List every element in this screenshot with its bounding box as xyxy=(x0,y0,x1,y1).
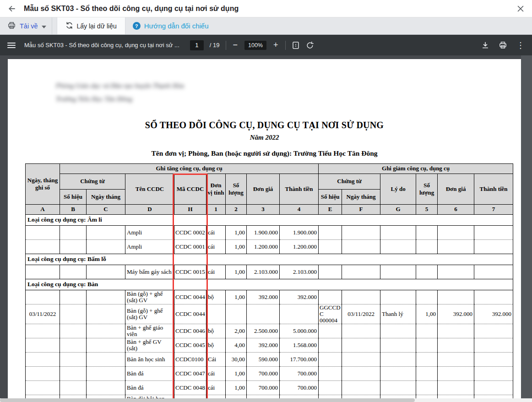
table-cell: Ampli xyxy=(125,239,174,254)
table-row: AmpliCCDC 0002cái1,001.900.0001.900.000 xyxy=(26,225,513,239)
table-cell xyxy=(87,239,125,254)
table-cell xyxy=(319,239,342,254)
horizontal-scrollbar[interactable] xyxy=(0,398,532,402)
table-cell: 4,00 xyxy=(226,338,247,352)
table-cell: cái xyxy=(206,380,226,395)
table-cell: 1,00 xyxy=(226,366,247,380)
table-cell: Ampli xyxy=(125,225,174,239)
redacted-line: Phòng Giáo dục và Đào tạo huyện Thạnh Hó… xyxy=(56,79,521,92)
divider xyxy=(285,41,286,50)
table-cell: Bàn (gỗ) + ghế (sắt) GV xyxy=(125,290,174,304)
download-report-button[interactable]: Tải về xyxy=(0,17,52,34)
table-cell: cái xyxy=(206,239,226,254)
table-cell xyxy=(474,290,513,304)
table-cell: Bàn + ghế giáo viên xyxy=(125,324,174,338)
table-cell xyxy=(226,304,247,324)
table-cell: 1.200.000 xyxy=(247,239,280,254)
table-cell xyxy=(60,352,87,366)
back-icon[interactable] xyxy=(7,4,16,13)
table-cell xyxy=(206,304,226,324)
table-cell xyxy=(87,352,125,366)
horizontal-scrollbar-thumb[interactable] xyxy=(0,398,415,402)
menu-icon[interactable] xyxy=(7,43,16,48)
zoom-in-button[interactable]: + xyxy=(272,40,279,50)
section-row: Loại công cụ dụng cụ: Bàn xyxy=(26,279,513,290)
table-cell: 2,00 xyxy=(226,324,247,338)
table-cell: 392.000 xyxy=(247,338,280,352)
reload-data-button[interactable]: Lấy lại dữ liệu xyxy=(57,17,125,34)
table-cell xyxy=(342,352,380,366)
pdf-doc-title: Mẫu số SKT03 - Sổ theo dõi công cụ, dụng… xyxy=(24,42,179,49)
section-label: Loại công cụ dụng cụ: Bàn xyxy=(26,279,513,290)
table-cell: 700.000 xyxy=(247,366,280,380)
download-icon[interactable] xyxy=(481,41,489,49)
table-cell xyxy=(438,380,474,395)
table-cell xyxy=(60,366,87,380)
table-cell: CCDC 0002 xyxy=(174,225,206,239)
table-cell xyxy=(438,352,474,366)
table-cell xyxy=(380,225,416,239)
table-cell xyxy=(26,324,60,338)
table-cell xyxy=(87,304,125,324)
print-icon[interactable] xyxy=(499,41,507,49)
table-cell xyxy=(60,324,87,338)
table-cell: 1,00 xyxy=(416,304,438,324)
more-options-icon[interactable]: ⋮ xyxy=(516,40,525,50)
divider xyxy=(226,41,226,50)
table-cell: Bàn ăn học sinh xyxy=(125,352,174,366)
vertical-scrollbar[interactable] xyxy=(521,55,532,402)
col-header: Ngày tháng xyxy=(87,189,125,204)
table-cell xyxy=(87,290,125,304)
table-cell: 2.103.000 xyxy=(280,265,319,279)
table-cell xyxy=(319,324,342,338)
table-cell xyxy=(342,380,380,395)
section-label: Loại công cụ dụng cụ: Bấm lỗ xyxy=(26,254,513,265)
table-cell xyxy=(280,304,319,324)
table-cell xyxy=(380,366,416,380)
column-letter: 3 xyxy=(247,204,280,214)
table-row: Bàn ăn học sinhCCDC0100Cái30,00590.00017… xyxy=(26,352,513,366)
comparison-guide-link[interactable]: ? Hướng dẫn đối chiếu xyxy=(125,17,216,34)
table-cell xyxy=(416,225,438,239)
table-cell xyxy=(438,338,474,352)
chevron-down-icon[interactable] xyxy=(42,22,46,30)
table-cell: 1,00 xyxy=(226,265,247,279)
rotate-icon[interactable] xyxy=(306,41,314,49)
table-cell xyxy=(26,265,60,279)
table-cell xyxy=(438,324,474,338)
ledger-table-wrap: Ngày, tháng ghi sổ Ghi tăng công cụ, dụn… xyxy=(25,163,513,402)
table-cell: cái xyxy=(206,366,226,380)
action-toolbar: Tải về Lấy lại dữ liệu ? Hướng dẫn đối c… xyxy=(0,17,532,35)
table-cell: 2.103.000 xyxy=(247,265,280,279)
col-header: Lý do xyxy=(380,174,416,204)
table-cell: Cái xyxy=(206,352,226,366)
table-cell: CCDC 0045 xyxy=(174,338,206,352)
redacted-line: Trường Tiểu Học Tân Đông xyxy=(56,92,521,106)
table-cell: 1.900.000 xyxy=(280,225,319,239)
ledger-table: Ngày, tháng ghi sổ Ghi tăng công cụ, dụn… xyxy=(25,163,513,402)
table-cell xyxy=(380,380,416,395)
table-cell: 392.000 xyxy=(280,290,319,304)
table-cell xyxy=(474,324,513,338)
zoom-out-button[interactable]: − xyxy=(232,40,239,50)
table-cell xyxy=(319,290,342,304)
table-cell xyxy=(26,352,60,366)
table-cell xyxy=(416,352,438,366)
table-cell: 700.000 xyxy=(280,366,319,380)
table-cell xyxy=(438,290,474,304)
column-letter: 7 xyxy=(474,204,513,214)
table-row: Bàn đáCCDC 0047cái1,00700.000700.000 xyxy=(26,366,513,380)
table-cell: 700.000 xyxy=(280,380,319,395)
col-header: Ngày, tháng ghi sổ xyxy=(26,163,60,204)
table-cell: CCDC 0046 xyxy=(174,324,206,338)
table-row: Máy bấm gáy sáchCCDC 0015cái1,002.103.00… xyxy=(26,265,513,279)
section-row: Loại công cụ dụng cụ: Âm li xyxy=(26,214,513,225)
download-label: Tải về xyxy=(20,22,38,30)
table-cell: Bàn đá xyxy=(125,380,174,395)
close-icon[interactable] xyxy=(516,5,525,13)
page-number-input[interactable] xyxy=(190,40,204,50)
column-letter: C xyxy=(87,204,125,214)
table-cell: 5.000.000 xyxy=(280,324,319,338)
table-cell: 392.000 xyxy=(247,290,280,304)
fit-page-icon[interactable] xyxy=(292,41,300,49)
